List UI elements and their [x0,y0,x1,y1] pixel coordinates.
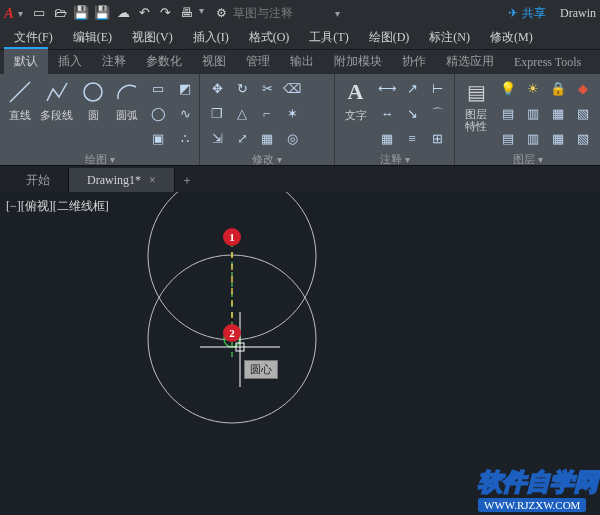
spline-icon[interactable]: ∿ [174,103,196,125]
drawing-canvas[interactable]: [−][俯视][二维线框] 1 2 圆心 软件自学网 WWW.RJZXW.COM [0,192,600,515]
leader-icon[interactable]: ↗ [401,78,423,100]
workspace-input[interactable] [231,5,331,22]
fillet-icon[interactable]: ⌐ [256,103,278,125]
explode-icon[interactable]: ✶ [281,103,303,125]
layer-color-icon[interactable]: ◆ [572,78,594,100]
leader2-icon[interactable]: ↘ [401,103,423,125]
offset-icon[interactable]: ◎ [281,128,303,150]
tab-drawing-label: Drawing1* [87,173,141,188]
eraser-icon[interactable]: ⌫ [281,78,303,100]
new-icon[interactable]: ▭ [31,5,47,21]
svg-line-0 [10,82,30,102]
callout-marker-1: 1 [223,228,241,246]
menu-file[interactable]: 文件(F) [6,27,61,48]
ribbon-tab-manage[interactable]: 管理 [236,49,280,74]
region-icon[interactable]: ▣ [147,128,169,150]
line-icon [6,78,34,106]
stretch-icon[interactable]: ⇲ [206,128,228,150]
layer-props-button[interactable]: ▤ 图层 特性 [461,78,491,132]
ribbon-tab-strip: 默认 插入 注释 参数化 视图 管理 输出 附加模块 协作 精选应用 Expre… [0,50,600,74]
rect-icon[interactable]: ▭ [147,78,169,100]
app-menu-dropdown[interactable]: ▾ [18,8,23,19]
save-icon[interactable]: 💾 [73,5,89,21]
tab-drawing1[interactable]: Drawing1* × [69,168,175,192]
lock-icon[interactable]: 🔒 [547,78,569,100]
trim-icon[interactable]: ✂ [256,78,278,100]
share-label: 共享 [522,5,546,22]
open-icon[interactable]: 🗁 [52,5,68,21]
text-button[interactable]: A 文字 [341,78,370,123]
circle-label: 圆 [88,108,99,123]
tab-new-button[interactable]: ＋ [175,168,199,192]
cloud-icon[interactable]: ☁ [115,5,131,21]
rotate-icon[interactable]: ↻ [231,78,253,100]
menu-dim[interactable]: 标注(N) [421,27,478,48]
copy-icon[interactable]: ❐ [206,103,228,125]
ribbon-tab-param[interactable]: 参数化 [136,49,192,74]
ribbon-tab-annotate[interactable]: 注释 [92,49,136,74]
ribbon-tab-express[interactable]: Express Tools [504,51,591,74]
dim-more-icon[interactable]: ⊢ [426,78,448,100]
quick-access-toolbar: ▭ 🗁 💾 💾 ☁ ↶ ↷ 🖶 ▾ [31,5,204,21]
menu-modify[interactable]: 修改(M) [482,27,541,48]
dim-arc-icon[interactable]: ⌒ [426,103,448,125]
menu-edit[interactable]: 编辑(E) [65,27,120,48]
menu-view[interactable]: 视图(V) [124,27,181,48]
polyline-button[interactable]: 多段线 [40,78,73,123]
bulb-on-icon[interactable]: 💡 [497,78,519,100]
panel-layer-title[interactable]: 图层▾ [461,150,594,169]
scale-icon[interactable]: ⤢ [231,128,253,150]
dim-align-icon[interactable]: ↔ [376,103,398,125]
panel-annotate-title[interactable]: 注释▾ [341,150,448,169]
layer-match-icon[interactable]: ▦ [547,103,569,125]
layer-plot-icon[interactable]: ▧ [572,103,594,125]
layer-b-icon[interactable]: ▥ [522,128,544,150]
menu-draw[interactable]: 绘图(D) [361,27,418,48]
ribbon-tab-output[interactable]: 输出 [280,49,324,74]
panel-draw-title[interactable]: 绘图▾ [6,150,193,169]
mirror-icon[interactable]: △ [231,103,253,125]
layer-iso-icon[interactable]: ▤ [497,103,519,125]
layer-d-icon[interactable]: ▧ [572,128,594,150]
tab-start[interactable]: 开始 [8,168,69,192]
move-icon[interactable]: ✥ [206,78,228,100]
undo-icon[interactable]: ↶ [136,5,152,21]
layer-props-label: 图层 特性 [465,108,487,132]
saveas-icon[interactable]: 💾 [94,5,110,21]
redo-icon[interactable]: ↷ [157,5,173,21]
hatch-icon[interactable]: ◩ [174,78,196,100]
panel-modify-title[interactable]: 修改▾ [206,150,328,169]
ribbon-tab-addins[interactable]: 附加模块 [324,49,392,74]
share-button[interactable]: ✈ 共享 [508,5,546,22]
tab-close-icon[interactable]: × [149,173,156,188]
layer-c-icon[interactable]: ▦ [547,128,569,150]
sun-icon[interactable]: ☀ [522,78,544,100]
line-button[interactable]: 直线 [6,78,34,123]
document-tabs: 开始 Drawing1* × ＋ [0,166,600,192]
dim-linear-icon[interactable]: ⟷ [376,78,398,100]
point-icon[interactable]: ∴ [174,128,196,150]
array-icon[interactable]: ▦ [256,128,278,150]
ribbon-tab-view[interactable]: 视图 [192,49,236,74]
field-icon[interactable]: ⊞ [426,128,448,150]
layer-a-icon[interactable]: ▤ [497,128,519,150]
ribbon-tab-collab[interactable]: 协作 [392,49,436,74]
ribbon-tab-default[interactable]: 默认 [4,47,48,74]
ellipse-icon[interactable]: ◯ [147,103,169,125]
arc-button[interactable]: 圆弧 [113,78,141,123]
share-icon: ✈ [508,6,518,21]
table-icon[interactable]: ▦ [376,128,398,150]
ribbon-tab-insert[interactable]: 插入 [48,49,92,74]
layer-freeze-icon[interactable]: ▥ [522,103,544,125]
workspace-switcher[interactable]: ⚙ ▾ [216,5,504,22]
menu-format[interactable]: 格式(O) [241,27,298,48]
workspace-dropdown-icon[interactable]: ▾ [335,8,340,19]
circle-button[interactable]: 圆 [79,78,107,123]
plot-icon[interactable]: 🖶 [178,5,194,21]
mtext-icon[interactable]: ≡ [401,128,423,150]
menu-insert[interactable]: 插入(I) [185,27,237,48]
ribbon-tab-featured[interactable]: 精选应用 [436,49,504,74]
menu-tools[interactable]: 工具(T) [301,27,356,48]
qat-dropdown[interactable]: ▾ [199,5,204,21]
text-label: 文字 [345,108,367,123]
